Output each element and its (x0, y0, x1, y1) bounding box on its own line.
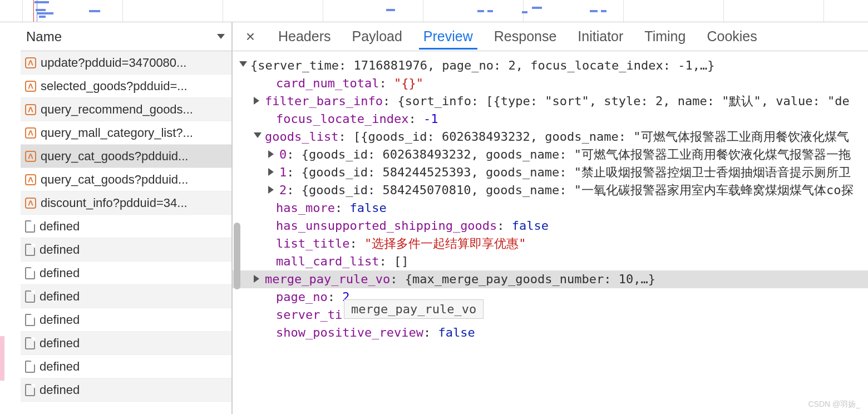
caret-down-icon[interactable] (254, 132, 262, 140)
caret-down-icon[interactable] (239, 61, 247, 69)
caret-right-icon[interactable] (254, 97, 262, 105)
tab-timing[interactable]: Timing (644, 24, 685, 49)
left-gutter (0, 22, 21, 414)
request-list: update?pdduid=3470080...selected_goods?p… (21, 51, 231, 414)
details-panel: × Headers Payload Preview Response Initi… (232, 22, 868, 414)
request-row[interactable]: query_recommend_goods... (21, 98, 231, 121)
xhr-icon (25, 57, 36, 68)
request-label: defined (40, 243, 80, 257)
xhr-icon (25, 127, 36, 139)
request-row[interactable]: selected_goods?pdduid=... (21, 75, 231, 98)
tab-response[interactable]: Response (494, 24, 557, 49)
name-header-label: Name (26, 29, 62, 45)
request-row[interactable]: query_cat_goods?pdduid... (21, 145, 231, 168)
scrollbar-thumb[interactable] (234, 223, 240, 289)
caret-right-icon[interactable] (254, 275, 262, 283)
request-label: selected_goods?pdduid=... (41, 79, 188, 93)
json-show-positive-review[interactable]: show_positive_review: false (233, 324, 868, 342)
xhr-icon (25, 198, 36, 209)
request-label: update?pdduid=3470080... (41, 56, 186, 70)
request-label: defined (40, 359, 80, 374)
request-label: defined (40, 266, 80, 280)
request-row[interactable]: defined (21, 285, 231, 308)
request-label: defined (40, 289, 80, 304)
tab-preview[interactable]: Preview (423, 24, 473, 49)
json-goods-item-1[interactable]: 1: {goods_id: 584244525393, goods_name: … (233, 164, 868, 181)
request-label: defined (40, 336, 80, 351)
json-has-unsupported[interactable]: has_unsupported_shipping_goods: false (233, 217, 868, 235)
json-merge-pay-rule[interactable]: merge_pay_rule_vo: {max_merge_pay_goods_… (233, 270, 868, 288)
file-icon (25, 337, 35, 349)
caret-right-icon[interactable] (268, 168, 276, 176)
request-row[interactable]: defined (21, 238, 231, 262)
request-row[interactable]: query_cat_goods?pdduid... (21, 168, 231, 191)
request-row[interactable]: defined (21, 308, 231, 332)
xhr-icon (25, 151, 36, 162)
json-server-time[interactable]: server_ti (233, 306, 868, 324)
request-label: query_recommend_goods... (41, 102, 193, 117)
close-icon[interactable]: × (244, 28, 257, 46)
waterfall-strip (0, 0, 868, 22)
json-has-more[interactable]: has_more: false (233, 199, 868, 217)
json-goods-item-2[interactable]: 2: {goods_id: 584245070810, goods_name: … (233, 181, 868, 199)
request-label: defined (40, 219, 80, 234)
file-icon (25, 267, 35, 279)
file-icon (25, 361, 35, 373)
tab-initiator[interactable]: Initiator (578, 24, 623, 49)
json-filter-bars-info[interactable]: filter_bars_info: {sort_info: [{type: "s… (233, 92, 868, 110)
json-goods-item-0[interactable]: 0: {goods_id: 602638493232, goods_name: … (233, 146, 868, 164)
request-label: discount_info?pdduid=34... (41, 196, 188, 210)
json-mall-card-list[interactable]: mall_card_list: [] (233, 253, 868, 270)
details-tabs: × Headers Payload Preview Response Initi… (233, 22, 868, 51)
file-icon (25, 290, 35, 303)
request-row[interactable]: defined (21, 332, 231, 355)
name-column-header[interactable]: Name (21, 22, 231, 51)
file-icon (25, 220, 35, 233)
request-row[interactable]: query_mall_category_list?... (21, 121, 231, 145)
tooltip: merge_pay_rule_vo (344, 299, 484, 319)
file-icon (25, 244, 35, 256)
request-label: query_cat_goods?pdduid... (41, 172, 188, 187)
json-page-no[interactable]: page_no: 2 (233, 288, 868, 306)
json-focus-locate-index[interactable]: focus_locate_index: -1 (233, 110, 868, 128)
caret-right-icon[interactable] (268, 150, 276, 158)
file-icon (25, 314, 35, 326)
request-label: query_cat_goods?pdduid... (41, 149, 188, 164)
watermark: CSDN @羽扬_ (808, 400, 860, 410)
request-row[interactable]: defined (21, 262, 231, 285)
json-list-title[interactable]: list_title: "选择多件一起结算即享优惠" (233, 235, 868, 253)
file-icon (25, 384, 35, 396)
sort-caret-icon (217, 34, 225, 39)
request-row[interactable]: defined (21, 355, 231, 378)
request-label: query_mall_category_list?... (41, 126, 193, 140)
xhr-icon (25, 174, 36, 185)
tab-cookies[interactable]: Cookies (707, 24, 757, 49)
request-row[interactable]: defined (21, 215, 231, 238)
tab-headers[interactable]: Headers (278, 24, 331, 49)
json-goods-list[interactable]: goods_list: [{goods_id: 602638493232, go… (233, 128, 868, 146)
request-sidebar: Name update?pdduid=3470080...selected_go… (21, 22, 232, 414)
request-row[interactable]: update?pdduid=3470080... (21, 51, 231, 75)
tab-payload[interactable]: Payload (352, 24, 402, 49)
json-root[interactable]: {server_time: 1716881976, page_no: 2, fo… (233, 57, 868, 75)
request-row[interactable]: discount_info?pdduid=34... (21, 191, 231, 215)
xhr-icon (25, 104, 36, 115)
preview-body: {server_time: 1716881976, page_no: 2, fo… (233, 51, 868, 414)
request-label: defined (40, 313, 80, 327)
request-row[interactable]: defined (21, 378, 231, 402)
pink-marker (0, 336, 4, 381)
caret-right-icon[interactable] (268, 186, 276, 194)
xhr-icon (25, 81, 36, 92)
json-card-num-total[interactable]: card_num_total: "{}" (233, 75, 868, 92)
request-label: defined (40, 383, 80, 397)
